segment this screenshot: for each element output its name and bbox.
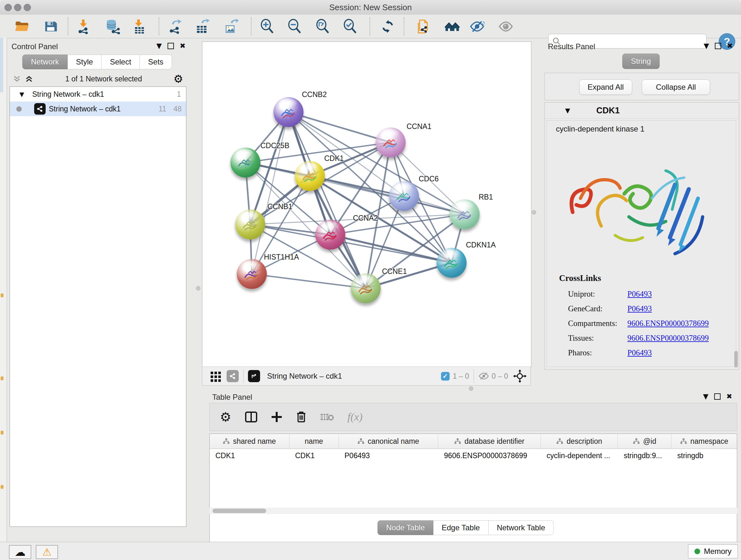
tab-sets[interactable]: Sets xyxy=(140,55,172,69)
export-table-icon[interactable] xyxy=(194,18,210,35)
tab-edge-table[interactable]: Edge Table xyxy=(433,520,488,535)
table-settings-gear-icon[interactable]: ⚙ xyxy=(220,410,231,424)
export-image-icon[interactable] xyxy=(223,18,239,35)
collapse-all-button[interactable]: Collapse All xyxy=(642,79,710,95)
title-bar[interactable]: Session: New Session xyxy=(0,0,741,15)
zoom-out-icon[interactable] xyxy=(286,18,302,35)
save-session-icon[interactable] xyxy=(43,18,59,35)
panel-close-icon[interactable]: ✖ xyxy=(727,42,733,50)
crosslink-genecard-link[interactable]: P06493 xyxy=(627,301,652,316)
home-icon[interactable] xyxy=(444,18,460,35)
cell-namespace[interactable]: stringdb xyxy=(671,449,737,463)
crosslink-compartments-link[interactable]: 9606.ENSP00000378699 xyxy=(627,316,709,331)
panel-float-icon[interactable]: ▼ xyxy=(704,42,709,50)
panel-close-icon[interactable]: ✖ xyxy=(726,392,732,400)
tab-network[interactable]: Network xyxy=(22,55,68,69)
column-header-database-identifier[interactable]: database identifier xyxy=(438,434,541,449)
column-header-id[interactable]: @id xyxy=(618,434,671,449)
cell-shared-name[interactable]: CDK1 xyxy=(210,449,289,463)
show-eye-icon[interactable] xyxy=(498,18,514,35)
cell-id[interactable]: stringdb:9... xyxy=(618,449,671,463)
expand-all-button[interactable]: Expand All xyxy=(579,79,632,95)
network-edge-count: 48 xyxy=(173,105,182,113)
panel-maximize-icon[interactable] xyxy=(715,43,721,49)
crosslink-pharos-link[interactable]: P06493 xyxy=(627,346,652,360)
function-builder-icon[interactable]: f(x) xyxy=(347,411,362,423)
app-store-cloud-button[interactable]: ☁ xyxy=(9,545,31,559)
delete-column-icon[interactable] xyxy=(296,411,307,423)
network-node-cdc6[interactable] xyxy=(389,181,419,211)
column-header-name[interactable]: name xyxy=(289,434,339,449)
network-options-gear-icon[interactable]: ⚙ xyxy=(174,72,183,85)
import-network-icon[interactable] xyxy=(75,18,91,35)
duplicate-network-icon[interactable] xyxy=(415,18,431,35)
crosslink-tissues-link[interactable]: 9606.ENSP00000378699 xyxy=(627,331,709,346)
panel-maximize-icon[interactable] xyxy=(714,393,721,400)
network-node-hist1h1a[interactable] xyxy=(237,259,267,289)
tree-expander-icon[interactable]: ▼ xyxy=(19,91,24,98)
import-table-icon[interactable] xyxy=(131,18,147,35)
panel-float-icon[interactable]: ▼ xyxy=(156,42,162,50)
network-node-ccna2[interactable] xyxy=(315,220,345,250)
birdseye-view-icon[interactable] xyxy=(210,370,221,382)
network-node-ccne1[interactable] xyxy=(351,273,381,303)
network-collection-row[interactable]: ▼ String Network – cdk1 1 xyxy=(10,87,186,102)
crosslink-label: Tissues: xyxy=(568,334,594,342)
cell-description[interactable]: cyclin-dependent ... xyxy=(541,449,618,463)
panel-maximize-icon[interactable] xyxy=(167,43,174,49)
fit-selected-crosshair-icon[interactable] xyxy=(513,369,527,383)
show-columns-icon[interactable] xyxy=(245,411,258,423)
network-node-cdc25b[interactable] xyxy=(230,147,260,178)
network-node-cdk1[interactable] xyxy=(295,161,325,191)
left-splitter-handle[interactable] xyxy=(196,286,200,291)
panel-float-icon[interactable]: ▼ xyxy=(703,392,709,400)
refresh-layout-icon[interactable] xyxy=(380,18,396,35)
network-node-rb1[interactable] xyxy=(450,199,480,229)
cell-database-identifier[interactable]: 9606.ENSP00000378699 xyxy=(438,449,541,463)
zoom-fit-icon[interactable] xyxy=(315,18,331,35)
network-row[interactable]: String Network – cdk1 11 48 xyxy=(10,102,186,116)
expand-all-icon[interactable] xyxy=(24,74,34,83)
warnings-button[interactable]: ⚠ xyxy=(36,545,58,559)
zoom-in-icon[interactable] xyxy=(259,18,275,35)
delete-table-icon[interactable] xyxy=(320,412,334,422)
scrollbar-thumb[interactable] xyxy=(212,509,266,513)
collapse-all-icon[interactable] xyxy=(12,74,22,83)
string-network-icon xyxy=(34,103,46,115)
tab-string[interactable]: String xyxy=(622,54,660,69)
cell-name[interactable]: CDK1 xyxy=(289,449,339,463)
column-header-canonical-name[interactable]: canonical name xyxy=(339,434,439,449)
table-horizontal-scrollbar[interactable] xyxy=(209,508,737,514)
open-in-new-window-icon[interactable] xyxy=(248,370,260,382)
import-database-icon[interactable] xyxy=(105,18,121,35)
right-splitter-handle[interactable] xyxy=(532,210,536,214)
network-node-ccnb2[interactable] xyxy=(273,97,304,127)
column-header-namespace[interactable]: namespace xyxy=(671,434,737,449)
tab-style[interactable]: Style xyxy=(68,55,102,69)
network-node-cdkn1a[interactable] xyxy=(436,248,467,278)
memory-button[interactable]: Memory xyxy=(688,544,738,558)
network-canvas[interactable]: CCNB2 CCNA1 CDC25B CDK1 CDC6 RB1 CCNB1 C… xyxy=(202,42,531,367)
panel-close-icon[interactable]: ✖ xyxy=(180,42,185,50)
protein-ribbon-thumbnail xyxy=(235,155,255,173)
selected-checkbox[interactable]: ✓ xyxy=(441,372,450,381)
network-node-ccna1[interactable] xyxy=(376,127,406,158)
background-window-strip xyxy=(0,38,7,542)
tab-select[interactable]: Select xyxy=(102,55,140,69)
table-row[interactable]: CDK1 CDK1 P06493 9606.ENSP00000378699 cy… xyxy=(210,449,737,463)
network-node-ccnb1[interactable] xyxy=(235,209,265,240)
column-header-description[interactable]: description xyxy=(541,434,618,449)
tab-node-table[interactable]: Node Table xyxy=(378,520,433,535)
results-scrollbar-thumb[interactable] xyxy=(734,351,738,368)
zoom-selected-icon[interactable] xyxy=(342,18,358,35)
crosslink-uniprot-link[interactable]: P06493 xyxy=(627,287,652,301)
add-column-icon[interactable] xyxy=(271,411,282,423)
string-style-icon[interactable] xyxy=(226,370,239,382)
hide-panels-icon[interactable] xyxy=(469,18,485,35)
cell-canonical-name[interactable]: P06493 xyxy=(339,449,439,463)
gene-expander-icon[interactable]: ▼ xyxy=(565,107,570,114)
column-header-shared-name[interactable]: shared name xyxy=(210,434,289,449)
open-session-icon[interactable] xyxy=(14,18,30,35)
tab-network-table[interactable]: Network Table xyxy=(488,520,554,535)
export-network-icon[interactable] xyxy=(167,18,183,35)
